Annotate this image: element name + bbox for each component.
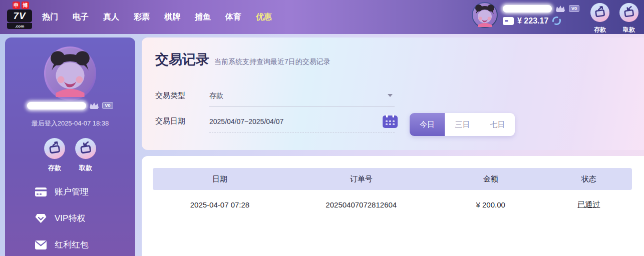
last-login-text: 最后登入2025-04-07 18:38 (5, 119, 135, 128)
sidebar-vip-crown-icon (89, 102, 100, 110)
sidebar-avatar[interactable] (44, 46, 96, 100)
refresh-balance-icon[interactable] (552, 16, 561, 26)
sidebar-vip-level-badge: V0 (102, 102, 113, 109)
cell-order-no: 20250407072812604 (287, 200, 436, 209)
main-nav: 热门 电子 真人 彩票 棋牌 捕鱼 体育 优惠 (42, 0, 272, 34)
avatar[interactable] (472, 2, 498, 28)
sidebar-item-vip[interactable]: VIP特权 (5, 205, 135, 232)
account-card-icon (35, 188, 47, 196)
tab-seven-days[interactable]: 七日 (480, 113, 515, 136)
calendar-picker-button[interactable] (383, 114, 398, 130)
deposit-label: 存款 (588, 26, 612, 34)
column-header-order-no: 订单号 (287, 174, 436, 184)
sidebar-withdraw-button[interactable]: 取款 (75, 138, 97, 172)
vip-level-badge: V0 (569, 5, 579, 12)
site-logo[interactable]: 申 博 7V .com (7, 2, 36, 29)
wallet-icon (503, 17, 514, 25)
nav-item-live[interactable]: 真人 (103, 12, 119, 22)
cell-amount: ¥ 200.00 (436, 200, 546, 209)
page-title: 交易记录 (155, 50, 209, 68)
tab-three-days[interactable]: 三日 (445, 113, 480, 136)
balance-amount: ¥ 223.17 (517, 16, 548, 26)
page-subtitle: 当前系统支持查询最近7日的交易记录 (214, 58, 331, 66)
sidebar-avatar-image (46, 48, 95, 97)
sidebar-menu: 账户管理 VIP特权 红利红包 (5, 178, 135, 256)
table-header-row: 日期 订单号 金额 状态 (153, 168, 632, 190)
table-row: 2025-04-07 07:28 20250407072812604 ¥ 200… (153, 190, 632, 219)
nav-item-sports[interactable]: 体育 (225, 12, 241, 22)
header-withdraw-button[interactable]: 取款 (617, 2, 641, 34)
red-packet-envelope-icon (35, 240, 47, 250)
sidebar-deposit-label: 存款 (44, 164, 66, 172)
sidebar-username-redacted (27, 102, 86, 110)
transaction-table-panel: 日期 订单号 金额 状态 2025-04-07 07:28 2025040707… (142, 156, 644, 256)
calendar-icon (383, 114, 398, 128)
transaction-date-value: 2025/04/07~2025/04/07 (209, 118, 283, 126)
sidebar-deposit-button[interactable]: 存款 (44, 138, 66, 172)
nav-item-cards[interactable]: 棋牌 (164, 12, 180, 22)
date-range-tabs: 今日 三日 七日 (410, 113, 515, 136)
vip-crown-icon (555, 4, 566, 12)
transaction-filter-panel: 交易记录 当前系统支持查询最近7日的交易记录 交易类型 存款 交易日期 2025… (142, 38, 644, 150)
sidebar-item-account[interactable]: 账户管理 (5, 178, 135, 205)
logo-badge-left: 申 (13, 2, 20, 9)
withdraw-icon (619, 2, 639, 22)
transaction-table: 日期 订单号 金额 状态 2025-04-07 07:28 2025040707… (153, 168, 632, 219)
nav-item-slots[interactable]: 电子 (73, 12, 89, 22)
logo-badge-right: 博 (22, 2, 29, 9)
transaction-date-label: 交易日期 (155, 116, 209, 126)
withdraw-label: 取款 (617, 26, 641, 34)
sidebar-withdraw-icon (75, 138, 97, 160)
avatar-image (473, 3, 497, 27)
transaction-type-value: 存款 (209, 92, 223, 100)
logo-tld: .com (7, 23, 32, 29)
column-header-amount: 金额 (436, 174, 546, 184)
sidebar-withdraw-label: 取款 (75, 164, 97, 172)
vip-gem-icon (35, 214, 47, 224)
field-divider (209, 106, 395, 107)
nav-item-hot[interactable]: 热门 (42, 12, 58, 22)
cell-status[interactable]: 已通过 (546, 200, 632, 210)
top-navigation-bar: 申 博 7V .com 热门 电子 真人 彩票 棋牌 捕鱼 体育 优惠 (0, 0, 644, 34)
sidebar: V0 最后登入2025-04-07 18:38 存款 取款 (5, 38, 135, 256)
username-redacted (503, 5, 552, 12)
sidebar-deposit-icon (44, 138, 66, 160)
cell-date: 2025-04-07 07:28 (153, 200, 287, 209)
field-divider (209, 132, 395, 133)
sidebar-item-label: VIP特权 (55, 212, 85, 224)
chevron-down-icon[interactable] (388, 94, 393, 97)
nav-item-promo[interactable]: 优惠 (256, 12, 272, 22)
transaction-type-label: 交易类型 (155, 91, 209, 100)
sidebar-item-bonus[interactable]: 红利红包 (5, 232, 135, 256)
tab-today[interactable]: 今日 (410, 113, 445, 136)
transaction-type-select[interactable]: 存款 (209, 91, 395, 100)
deposit-icon (590, 2, 610, 22)
column-header-date: 日期 (153, 174, 287, 184)
header-user-cluster: V0 ¥ 223.17 (472, 2, 579, 28)
nav-item-fishing[interactable]: 捕鱼 (195, 12, 211, 22)
sidebar-item-label: 账户管理 (55, 186, 89, 198)
column-header-status: 状态 (546, 174, 632, 184)
transaction-date-input[interactable]: 2025/04/07~2025/04/07 (209, 117, 395, 126)
header-deposit-button[interactable]: 存款 (588, 2, 612, 34)
nav-item-lottery[interactable]: 彩票 (134, 12, 150, 22)
logo-name: 7V (7, 10, 32, 22)
sidebar-item-label: 红利红包 (55, 239, 89, 250)
